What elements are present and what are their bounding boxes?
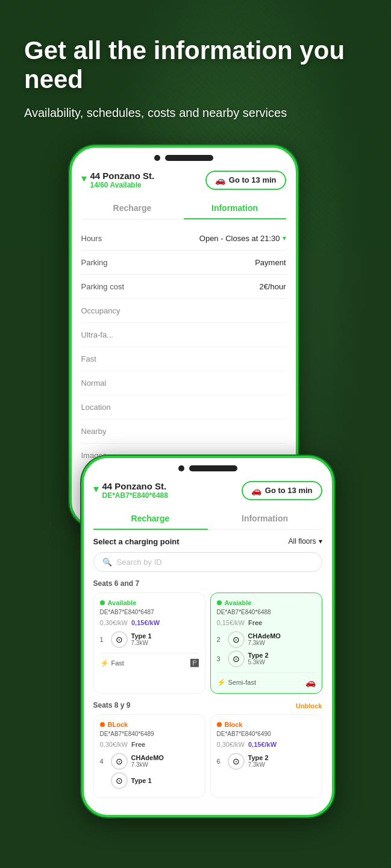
parking-value: Payment: [255, 258, 286, 267]
conn-info-1: Type 1 7.3kW: [131, 632, 199, 646]
location-availability: 14/60 Available: [90, 181, 155, 189]
notch-pill: [165, 155, 213, 161]
status-text-6490: Block: [225, 721, 243, 728]
charger-id-6489: DE*AB7*E840*6489: [100, 731, 199, 737]
chargers-row-1: Available DE*AB7*E840*6487 0,30€/kW 0,15…: [93, 593, 322, 694]
charging-section-header: Select a charging point All floors ▾: [93, 537, 322, 546]
status-dot-6490: [217, 722, 222, 727]
notch-pill-front: [189, 465, 237, 471]
conn-num-1: 1: [100, 636, 107, 643]
tab-recharge-back[interactable]: Recharge: [81, 197, 184, 219]
parking-cost-label: Parking cost: [81, 282, 125, 291]
connector-icon-2: ⊙: [228, 631, 245, 648]
info-row-parking: Parking Payment: [81, 251, 286, 275]
conn-info-4: CHAdeMO 7.3kW: [131, 754, 199, 768]
charger-card-6490[interactable]: Block DE*AB7*E840*6490 0,30€/kW 0,15€/kW…: [210, 714, 322, 798]
conn-type-3: Type 2: [248, 652, 316, 659]
fast-label: Fast: [81, 354, 96, 363]
conn-num-4: 4: [100, 758, 107, 765]
location-name-front: 44 Ponzano St.: [102, 481, 168, 491]
search-placeholder: Search by ID: [117, 558, 162, 567]
charger-footer-6487: ⚡ Fast 🅿: [100, 653, 199, 668]
conn-power-1: 7.3kW: [131, 640, 199, 646]
info-row-occupancy: Occupancy: [81, 299, 286, 323]
hero-section: Get all the information you need Availab…: [0, 0, 391, 133]
connector-row-6488-2: 3 ⊙ Type 2 5.3kW: [217, 650, 316, 667]
conn-num-6: 6: [217, 758, 224, 765]
phone-front-header: ▾ 44 Ponzano St. DE*AB7*E840*6488 🚗 Go t…: [93, 476, 322, 508]
price-old-6487: 0,30€/kW: [100, 619, 128, 626]
price-old-6489: 0,30€/kW: [100, 741, 128, 748]
price-row-6490: 0,30€/kW 0,15€/kW: [217, 741, 316, 748]
conn-type-5: Type 1: [131, 777, 199, 784]
tab-recharge-front[interactable]: Recharge: [93, 508, 208, 529]
notch-back: [72, 148, 296, 166]
charging-section-title: Select a charging point: [93, 537, 180, 546]
conn-power-3: 5.3kW: [248, 659, 316, 665]
connector-row-6489-2: ⊙ Type 1: [100, 772, 199, 789]
charger-id-6488: DE*AB7*E840*6488: [217, 609, 316, 615]
connector-icon-3: ⊙: [228, 650, 245, 667]
parking-icon-6487: 🅿: [190, 658, 199, 668]
conn-power-4: 7.3kW: [131, 761, 199, 768]
price-new-6487: 0,15€/kW: [131, 619, 160, 626]
speed-label-6488: Semi-fast: [228, 679, 256, 686]
conn-type-1: Type 1: [131, 632, 199, 640]
hours-value: Open - Closes at 21:30 ▾: [199, 234, 286, 243]
price-free-6489: Free: [131, 741, 145, 748]
header-left: ▾ 44 Ponzano St. 14/60 Available: [81, 171, 155, 189]
info-row-fast: Fast: [81, 347, 286, 371]
nearby-label: Nearby: [81, 427, 107, 436]
conn-type-4: CHAdeMO: [131, 754, 199, 761]
phone-front: ▾ 44 Ponzano St. DE*AB7*E840*6488 🚗 Go t…: [81, 456, 334, 817]
info-row-location: Location: [81, 395, 286, 420]
charger-card-6489[interactable]: BLock DE*AB7*E840*6489 0,30€/kW Free 4 ⊙…: [93, 714, 205, 798]
status-dot-6489: [100, 722, 105, 727]
hours-label: Hours: [81, 234, 102, 243]
status-row-6488: Avaiable: [217, 599, 316, 606]
conn-num-3: 3: [217, 655, 224, 662]
status-text-6488: Avaiable: [225, 599, 252, 606]
price-free-6488: Free: [248, 619, 262, 626]
conn-type-6: Type 2: [248, 754, 316, 761]
status-dot-6488: [217, 600, 222, 605]
occupancy-label: Occupancy: [81, 306, 120, 315]
conn-power-6: 7.3kW: [248, 761, 316, 768]
charger-footer-6488: ⚡ Semi-fast 🚗: [217, 672, 316, 687]
connector-row-6487-1: 1 ⊙ Type 1 7.3kW: [100, 631, 199, 648]
charger-card-6488[interactable]: Avaiable DE*AB7*E840*6488 0,15€/kW Free …: [210, 593, 322, 694]
tab-information-front[interactable]: Information: [208, 508, 322, 529]
connector-icon-1: ⊙: [111, 631, 128, 648]
go-button-back[interactable]: 🚗 Go to 13 min: [205, 171, 286, 190]
tabs-front: Recharge Information: [93, 508, 322, 530]
seat-group-title-1: Seats 6 and 7: [93, 579, 322, 588]
conn-power-2: 7.3kW: [248, 640, 316, 646]
location-label: Location: [81, 403, 111, 412]
car-icon-front: 🚗: [251, 486, 261, 495]
hours-chevron: ▾: [283, 234, 286, 242]
status-row-6489: BLock: [100, 721, 199, 728]
go-button-front[interactable]: 🚗 Go to 13 min: [242, 481, 322, 500]
price-row-6488: 0,15€/kW Free: [217, 619, 316, 626]
seats-group-2-header: Seats 8 y 9 Unblock: [93, 701, 322, 714]
conn-num-2: 2: [217, 636, 224, 643]
go-button-back-label: Go to 13 min: [229, 175, 277, 184]
chevron-down-icon-front: ▾: [93, 482, 99, 495]
unblock-button[interactable]: Unblock: [296, 702, 322, 709]
all-floors-dropdown[interactable]: All floors ▾: [288, 537, 322, 546]
price-old-6488: 0,15€/kW: [217, 619, 245, 626]
connector-icon-5: ⊙: [111, 772, 128, 789]
notch-dot-front: [178, 465, 184, 471]
tab-information-back[interactable]: Information: [184, 197, 286, 219]
status-text-6489: BLock: [108, 721, 128, 728]
speed-badge-6487: ⚡ Fast: [100, 659, 124, 667]
parking-label: Parking: [81, 258, 108, 267]
info-row-nearby: Nearby: [81, 420, 286, 444]
charger-card-6487[interactable]: Available DE*AB7*E840*6487 0,30€/kW 0,15…: [93, 593, 205, 694]
search-bar[interactable]: 🔍 Search by ID: [93, 552, 322, 572]
price-row-6489: 0,30€/kW Free: [100, 741, 199, 748]
parking-cost-value: 2€/hour: [259, 282, 286, 291]
chevron-down-icon: ▾: [81, 172, 87, 185]
price-row-6487: 0,30€/kW 0,15€/kW: [100, 619, 199, 626]
conn-info-5: Type 1: [131, 777, 199, 784]
